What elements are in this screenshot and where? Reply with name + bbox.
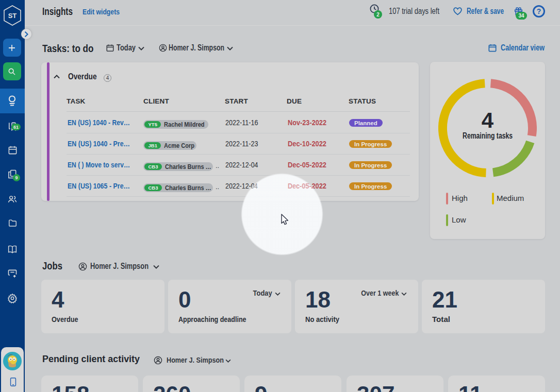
- svg-text:ST: ST: [8, 12, 17, 20]
